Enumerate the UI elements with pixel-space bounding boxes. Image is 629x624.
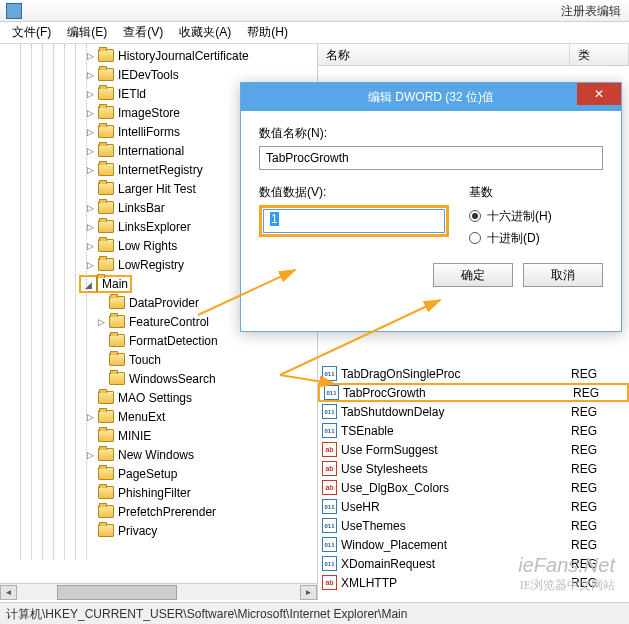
edit-dword-dialog: 编辑 DWORD (32 位)值 ✕ 数值名称(N): 数值数据(V): 1 基… <box>240 82 622 332</box>
tree-item-label: Low Rights <box>118 239 177 253</box>
string-value-icon <box>322 442 337 457</box>
folder-icon <box>98 49 114 62</box>
dialog-title-text: 编辑 DWORD (32 位)值 <box>368 89 494 106</box>
tree-item[interactable]: ▷HistoryJournalCertificate <box>0 46 317 65</box>
radio-dec[interactable]: 十进制(D) <box>469 227 603 249</box>
list-row[interactable]: TabProcGrowthREG <box>318 383 629 402</box>
tree-item[interactable]: MAO Settings <box>0 388 317 407</box>
tree-item[interactable]: ▷MenuExt <box>0 407 317 426</box>
tree-expander-icon[interactable]: ▷ <box>96 316 107 327</box>
ok-button[interactable]: 确定 <box>433 263 513 287</box>
menubar: 文件(F) 编辑(E) 查看(V) 收藏夹(A) 帮助(H) <box>0 22 629 44</box>
tree-expander-icon[interactable] <box>96 297 107 308</box>
tree-expander-icon[interactable] <box>96 373 107 384</box>
folder-icon <box>98 201 114 214</box>
tree-item-label: LowRegistry <box>118 258 184 272</box>
tree-expander-icon[interactable] <box>96 335 107 346</box>
tree-item[interactable]: WindowsSearch <box>0 369 317 388</box>
watermark-small: IE浏览器中文网站 <box>518 577 615 594</box>
col-type[interactable]: 类 <box>570 44 629 65</box>
tree-item-label: FormatDetection <box>129 334 218 348</box>
tree-item-label: PrefetchPrerender <box>118 505 216 519</box>
tree-item[interactable]: PageSetup <box>0 464 317 483</box>
value-name: UseHR <box>341 500 571 514</box>
folder-icon <box>98 182 114 195</box>
list-row[interactable]: TabShutdownDelayREG <box>318 402 629 421</box>
dword-value-icon <box>322 423 337 438</box>
close-button[interactable]: ✕ <box>577 83 621 105</box>
folder-icon <box>109 296 125 309</box>
tree-expander-icon[interactable]: ◢ <box>83 279 94 290</box>
folder-icon <box>98 68 114 81</box>
list-row[interactable]: TSEnableREG <box>318 421 629 440</box>
value-name: UseThemes <box>341 519 571 533</box>
name-field[interactable] <box>259 146 603 170</box>
radio-dot-icon <box>469 210 481 222</box>
tree-item-label: New Windows <box>118 448 194 462</box>
data-label: 数值数据(V): <box>259 184 449 201</box>
radio-hex[interactable]: 十六进制(H) <box>469 205 603 227</box>
scroll-thumb[interactable] <box>57 585 177 600</box>
radio-dot-icon <box>469 232 481 244</box>
folder-icon <box>98 524 114 537</box>
value-type: REG <box>571 405 597 419</box>
menu-fav[interactable]: 收藏夹(A) <box>171 22 239 43</box>
data-field[interactable]: 1 <box>263 209 445 233</box>
tree-item[interactable]: Privacy <box>0 521 317 540</box>
watermark: ieFans.Net IE浏览器中文网站 <box>518 554 615 594</box>
tree-expander-icon[interactable] <box>96 354 107 365</box>
folder-icon <box>98 106 114 119</box>
string-value-icon <box>322 461 337 476</box>
tree-item-label: HistoryJournalCertificate <box>118 49 249 63</box>
tree-hscrollbar[interactable]: ◄ ► <box>0 583 317 600</box>
list-row[interactable]: UseThemesREG <box>318 516 629 535</box>
menu-file[interactable]: 文件(F) <box>4 22 59 43</box>
value-type: REG <box>573 386 599 400</box>
tree-item[interactable]: PhishingFilter <box>0 483 317 502</box>
tree-item-label: Privacy <box>118 524 157 538</box>
tree-item[interactable]: Touch <box>0 350 317 369</box>
value-type: REG <box>571 538 597 552</box>
list-row[interactable]: Use FormSuggestREG <box>318 440 629 459</box>
tree-item-label: MenuExt <box>118 410 165 424</box>
list-row[interactable]: Use StylesheetsREG <box>318 459 629 478</box>
menu-view[interactable]: 查看(V) <box>115 22 171 43</box>
dword-value-icon <box>322 556 337 571</box>
folder-icon <box>98 87 114 100</box>
menu-edit[interactable]: 编辑(E) <box>59 22 115 43</box>
folder-icon <box>98 391 114 404</box>
value-type: REG <box>571 481 597 495</box>
menu-help[interactable]: 帮助(H) <box>239 22 296 43</box>
base-label: 基数 <box>469 184 603 201</box>
dword-value-icon <box>322 518 337 533</box>
cancel-button[interactable]: 取消 <box>523 263 603 287</box>
list-row[interactable]: Use_DlgBox_ColorsREG <box>318 478 629 497</box>
tree-item[interactable]: ▷New Windows <box>0 445 317 464</box>
folder-icon <box>96 276 98 292</box>
col-name[interactable]: 名称 <box>318 44 570 65</box>
tree-item[interactable]: FormatDetection <box>0 331 317 350</box>
name-label: 数值名称(N): <box>259 125 603 142</box>
tree-item[interactable]: MINIE <box>0 426 317 445</box>
value-type: REG <box>571 424 597 438</box>
list-row[interactable]: UseHRREG <box>318 497 629 516</box>
value-type: REG <box>571 367 597 381</box>
list-header: 名称 类 <box>318 44 629 66</box>
list-row[interactable]: TabDragOnSingleProcREG <box>318 364 629 383</box>
watermark-big: ieFans.Net <box>518 554 615 577</box>
value-name: TabShutdownDelay <box>341 405 571 419</box>
scroll-left-icon[interactable]: ◄ <box>0 585 17 600</box>
folder-icon <box>98 448 114 461</box>
scroll-right-icon[interactable]: ► <box>300 585 317 600</box>
value-type: REG <box>571 500 597 514</box>
tree-item-label: LinksExplorer <box>118 220 191 234</box>
folder-icon <box>109 353 125 366</box>
tree-item-label: Touch <box>129 353 161 367</box>
tree-item-label: Larger Hit Test <box>118 182 196 196</box>
folder-icon <box>109 315 125 328</box>
list-row[interactable]: Window_PlacementREG <box>318 535 629 554</box>
tree-item-label: LinksBar <box>118 201 165 215</box>
tree-item-label: IETld <box>118 87 146 101</box>
folder-icon <box>109 372 125 385</box>
tree-item[interactable]: PrefetchPrerender <box>0 502 317 521</box>
